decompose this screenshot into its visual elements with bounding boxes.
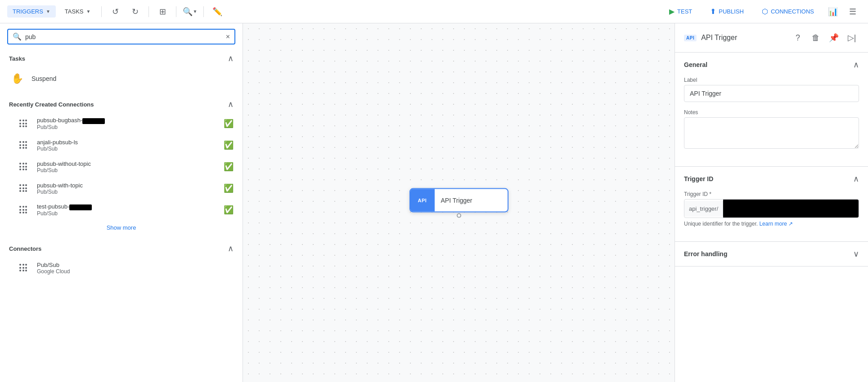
conn-info-1: anjali-pubsub-ls Pub/Sub xyxy=(37,139,217,152)
left-panel: 🔍 × Tasks ∧ ✋ Suspend Recently xyxy=(0,23,243,382)
connections-button[interactable]: ⬡ CONNECTIONS xyxy=(755,4,821,18)
zoom-button[interactable]: 🔍 ▼ xyxy=(182,4,198,20)
pen-icon: ✏️ xyxy=(212,7,222,17)
pubsub-icon-0 xyxy=(16,116,31,131)
triggers-label: TRIGGERS xyxy=(13,8,43,15)
trigger-id-prefix: api_trigger/ xyxy=(684,201,723,217)
connection-item-3[interactable]: pubsub-with-topic Pub/Sub ✅ xyxy=(0,178,243,199)
panel-title: API Trigger xyxy=(701,34,786,42)
hamburger-icon: ☰ xyxy=(849,7,856,17)
notes-field-label: Notes xyxy=(684,109,859,115)
search-box: 🔍 × xyxy=(7,29,235,44)
pubsub-icon-1 xyxy=(16,138,31,152)
undo-button[interactable]: ↺ xyxy=(107,4,123,20)
tasks-collapse-icon: ∧ xyxy=(228,53,234,63)
tasks-section-header[interactable]: Tasks ∧ xyxy=(0,48,243,67)
pen-button[interactable]: ✏️ xyxy=(209,4,225,20)
triggers-chevron-icon: ▼ xyxy=(46,9,50,14)
search-input[interactable] xyxy=(25,33,222,40)
trigger-id-wrapper: api_trigger/ xyxy=(684,199,859,218)
general-section-header[interactable]: General ∧ xyxy=(675,53,868,77)
tasks-button[interactable]: TASKS ▼ xyxy=(59,5,96,18)
general-section-content: Label Notes xyxy=(675,77,868,166)
trigger-id-collapse-icon: ∧ xyxy=(853,174,859,184)
node-connector xyxy=(457,213,461,218)
conn-info-2: pubsub-without-topic Pub/Sub xyxy=(37,160,217,173)
connection-item-4[interactable]: test-pubsub- Pub/Sub ✅ xyxy=(0,199,243,221)
pubsub-icon-4 xyxy=(16,203,31,217)
conn-info-0: pubsub-bugbash- Pub/Sub xyxy=(37,117,217,130)
toolbar-right: ▶ TEST ⬆ PUBLISH ⬡ CONNECTIONS 📊 ☰ xyxy=(662,4,861,20)
connector-name: Pub/Sub xyxy=(37,262,234,268)
show-more-link[interactable]: Show more xyxy=(0,221,243,235)
toolbar: TRIGGERS ▼ TASKS ▼ ↺ ↻ ⊞ 🔍 ▼ ✏️ ▶ TEST ⬆… xyxy=(0,0,868,23)
error-handling-header[interactable]: Error handling ∨ xyxy=(675,242,868,266)
canvas-node-api-trigger[interactable]: API API Trigger xyxy=(409,188,508,213)
error-handling-title: Error handling xyxy=(684,250,727,258)
delete-button[interactable]: 🗑 xyxy=(809,31,823,45)
pin-button[interactable]: 📌 xyxy=(827,31,841,45)
tasks-chevron-icon: ▼ xyxy=(86,9,90,14)
conn-type-1: Pub/Sub xyxy=(37,146,217,152)
clear-search-button[interactable]: × xyxy=(226,33,230,40)
connections-icon: ⬡ xyxy=(762,7,768,16)
zoom-chevron-icon: ▼ xyxy=(193,9,197,14)
label-field: Label xyxy=(684,77,859,102)
publish-button[interactable]: ⬆ PUBLISH xyxy=(703,4,751,18)
divider-4 xyxy=(203,6,204,17)
triggers-button[interactable]: TRIGGERS ▼ xyxy=(7,5,56,18)
pubsub-icon-3 xyxy=(16,181,31,195)
right-panel-header: API API Trigger ? 🗑 📌 ▷| xyxy=(675,23,868,53)
error-handling-collapse-icon: ∨ xyxy=(853,249,859,259)
expand-icon: ▷| xyxy=(848,33,856,43)
conn-type-2: Pub/Sub xyxy=(37,167,217,173)
conn-info-3: pubsub-with-topic Pub/Sub xyxy=(37,182,217,195)
chart-icon: 📊 xyxy=(828,7,838,17)
recently-created-header[interactable]: Recently Created Connections ∧ xyxy=(0,94,243,113)
connectors-collapse-icon: ∧ xyxy=(228,244,234,253)
help-icon: ? xyxy=(796,33,800,43)
right-panel: API API Trigger ? 🗑 📌 ▷| General xyxy=(675,23,868,382)
trigger-id-section-header[interactable]: Trigger ID ∧ xyxy=(675,167,868,191)
connector-item-pubsub[interactable]: Pub/Sub Google Cloud xyxy=(0,257,243,279)
analytics-button[interactable]: 📊 xyxy=(825,4,841,20)
node-label: API Trigger xyxy=(435,197,479,204)
task-item-suspend[interactable]: ✋ Suspend xyxy=(0,67,243,90)
conn-info-4: test-pubsub- Pub/Sub xyxy=(37,203,217,216)
divider-1 xyxy=(101,6,102,17)
search-container: 🔍 × xyxy=(0,23,243,44)
node-badge: API xyxy=(410,189,435,212)
label-field-label: Label xyxy=(684,77,859,83)
undo-icon: ↺ xyxy=(112,7,119,17)
connector-info: Pub/Sub Google Cloud xyxy=(37,262,234,275)
dropdown-content: Tasks ∧ ✋ Suspend Recently Created Conne… xyxy=(0,44,243,382)
trigger-id-value-redacted xyxy=(723,200,859,218)
connection-item-1[interactable]: anjali-pubsub-ls Pub/Sub ✅ xyxy=(0,134,243,156)
dot-grid-4 xyxy=(19,206,27,214)
dot-grid-0 xyxy=(19,120,27,128)
label-input[interactable] xyxy=(684,85,859,102)
trigger-id-section: Trigger ID ∧ Trigger ID * api_trigger/ U… xyxy=(675,167,868,242)
learn-more-link[interactable]: Learn more ↗ xyxy=(759,221,793,227)
help-button[interactable]: ? xyxy=(791,31,805,45)
test-button[interactable]: ▶ TEST xyxy=(662,4,699,18)
general-section-title: General xyxy=(684,61,707,68)
suspend-icon: ✋ xyxy=(9,71,25,87)
conn-name-2: pubsub-without-topic xyxy=(37,160,217,167)
conn-status-3: ✅ xyxy=(224,183,234,193)
trigger-id-field: Trigger ID * api_trigger/ Unique identif… xyxy=(684,191,859,227)
connection-item-2[interactable]: pubsub-without-topic Pub/Sub ✅ xyxy=(0,156,243,178)
search-icon: 🔍 xyxy=(13,32,22,41)
connectors-section-header[interactable]: Connectors ∧ xyxy=(0,238,243,257)
layout-button[interactable]: ⊞ xyxy=(154,4,171,20)
conn-type-4: Pub/Sub xyxy=(37,210,217,217)
connection-item-0[interactable]: pubsub-bugbash- Pub/Sub ✅ xyxy=(0,113,243,134)
notes-textarea[interactable] xyxy=(684,117,859,149)
more-menu-button[interactable]: ☰ xyxy=(845,4,861,20)
trigger-id-help: Unique identifier for the trigger. Learn… xyxy=(684,221,859,227)
redo-button[interactable]: ↻ xyxy=(127,4,143,20)
pubsub-icon-2 xyxy=(16,160,31,174)
error-handling-section: Error handling ∨ xyxy=(675,242,868,267)
expand-button[interactable]: ▷| xyxy=(845,31,859,45)
panel-header-icons: ? 🗑 📌 ▷| xyxy=(791,31,859,45)
